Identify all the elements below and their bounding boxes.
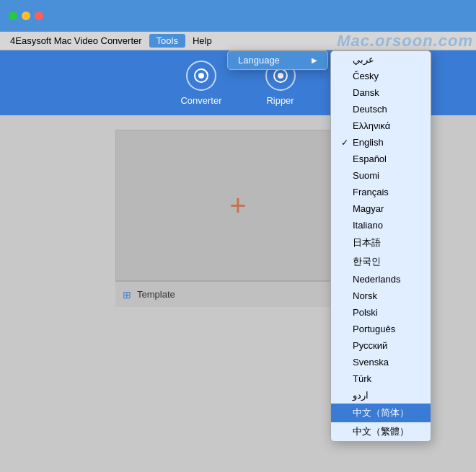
language-label: Suomi — [353, 170, 379, 181]
language-item-korean[interactable]: 한국인 — [331, 252, 431, 271]
converter-button[interactable]: Converter — [180, 61, 221, 106]
svg-point-1 — [198, 73, 204, 79]
preview-area: + — [115, 130, 361, 281]
template-icon: ⊞ — [123, 289, 131, 300]
language-label: Español — [353, 153, 387, 164]
language-submenu: عربي Česky Dansk Deutsch Ελληνικά✓Englis… — [330, 50, 431, 442]
traffic-light-green[interactable] — [9, 12, 17, 20]
checkmark-icon: ✓ — [341, 138, 353, 148]
submenu-arrow-icon: ▶ — [312, 56, 317, 64]
language-label: Deutsch — [353, 104, 387, 115]
language-label: Türk — [353, 373, 371, 384]
svg-point-3 — [278, 73, 283, 79]
language-label: Česky — [353, 71, 379, 81]
language-item-spanish[interactable]: Español — [331, 151, 431, 167]
language-item-hungarian[interactable]: Magyar — [331, 200, 431, 217]
language-menu-item[interactable]: Language ▶ — [228, 51, 327, 69]
traffic-lights — [9, 12, 43, 20]
language-item-chinese-traditional[interactable]: 中文（繁體） — [331, 422, 431, 441]
language-label: Polski — [353, 307, 378, 318]
menu-app[interactable]: 4Easysoft Mac Video Converter — [3, 34, 149, 48]
language-label: 한국인 — [353, 255, 381, 268]
language-label: Ελληνικά — [353, 120, 390, 131]
language-label: 中文（繁體） — [353, 425, 409, 438]
menu-tools[interactable]: Tools — [149, 34, 185, 48]
menu-bar: 4Easysoft Mac Video Converter Tools Help — [0, 32, 476, 50]
language-label: Français — [353, 187, 389, 197]
add-icon: + — [229, 191, 246, 220]
converter-label: Converter — [180, 95, 221, 106]
language-item-czech[interactable]: Česky — [331, 68, 431, 84]
language-item-chinese-simplified[interactable]: 中文（简体） — [331, 404, 431, 422]
language-label: Русский — [353, 340, 387, 351]
language-label: English — [353, 137, 384, 148]
language-item-russian[interactable]: Русский — [331, 337, 431, 354]
language-item-greek[interactable]: Ελληνικά — [331, 117, 431, 134]
language-label: Magyar — [353, 203, 384, 214]
language-label: Italiano — [353, 220, 383, 231]
traffic-light-red[interactable] — [35, 12, 43, 20]
language-label: اردو — [353, 390, 369, 401]
language-item-japanese[interactable]: 日本語 — [331, 233, 431, 252]
language-label: عربي — [353, 54, 374, 65]
language-item-danish[interactable]: Dansk — [331, 84, 431, 101]
language-item-polish[interactable]: Polski — [331, 304, 431, 321]
language-item-portuguese[interactable]: Português — [331, 321, 431, 337]
language-label: Português — [353, 324, 395, 334]
language-label: Nederlands — [353, 274, 401, 285]
template-bar: ⊞ Template — [115, 281, 361, 307]
language-item-finnish[interactable]: Suomi — [331, 167, 431, 184]
converter-svg — [193, 67, 210, 84]
language-label: Norsk — [353, 290, 377, 301]
language-item-italian[interactable]: Italiano — [331, 217, 431, 233]
title-bar — [0, 0, 476, 32]
language-menu-label: Language — [238, 55, 280, 66]
language-label: 日本語 — [353, 236, 381, 249]
language-item-dutch[interactable]: Nederlands — [331, 271, 431, 288]
language-item-arabic[interactable]: عربي — [331, 51, 431, 68]
language-item-urdu[interactable]: اردو — [331, 387, 431, 404]
language-label: 中文（简体） — [353, 406, 409, 419]
tools-dropdown: Language ▶ — [227, 50, 328, 70]
language-item-english[interactable]: ✓English — [331, 134, 431, 151]
template-label: Template — [137, 289, 175, 300]
language-item-french[interactable]: Français — [331, 184, 431, 200]
menu-help[interactable]: Help — [185, 34, 219, 48]
traffic-light-yellow[interactable] — [22, 12, 30, 20]
language-item-swedish[interactable]: Svenska — [331, 354, 431, 370]
converter-icon — [186, 61, 216, 91]
language-item-turkish[interactable]: Türk — [331, 370, 431, 387]
ripper-label: Ripper — [266, 95, 294, 106]
language-label: Svenska — [353, 357, 389, 368]
language-item-german[interactable]: Deutsch — [331, 101, 431, 117]
language-item-norwegian[interactable]: Norsk — [331, 288, 431, 304]
language-label: Dansk — [353, 87, 379, 98]
